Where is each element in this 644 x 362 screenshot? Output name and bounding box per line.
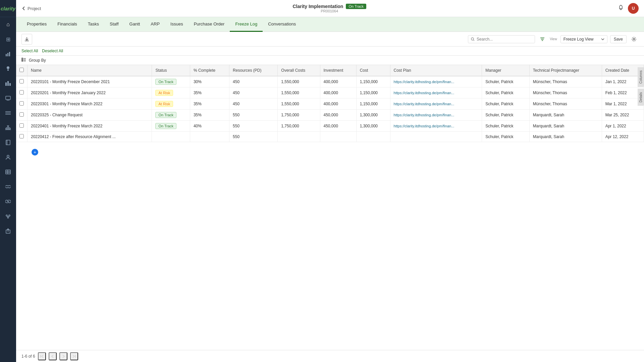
search-box[interactable] bbox=[468, 35, 535, 43]
row-status: On Track bbox=[152, 76, 190, 87]
sidebar-item-export[interactable] bbox=[0, 224, 16, 238]
view-selector[interactable]: Freeze Log View bbox=[560, 35, 607, 43]
row-select-checkbox[interactable] bbox=[19, 123, 24, 128]
sidebar-item-barchart[interactable] bbox=[0, 76, 16, 91]
row-investment: 400,000 bbox=[320, 87, 356, 99]
svg-line-44 bbox=[474, 40, 474, 41]
th-manager[interactable]: Manager bbox=[482, 65, 530, 76]
table-row: 20220325 - Change RequestOn Track35%5501… bbox=[16, 110, 644, 121]
th-cost-plan[interactable]: Cost Plan bbox=[390, 65, 482, 76]
sidebar-item-handshake[interactable] bbox=[0, 179, 16, 194]
tab-properties[interactable]: Properties bbox=[21, 17, 52, 32]
row-select-checkbox[interactable] bbox=[19, 134, 24, 138]
sidebar-item-monitor[interactable] bbox=[0, 91, 16, 106]
sidebar-item-book[interactable] bbox=[0, 135, 16, 150]
svg-point-33 bbox=[9, 215, 10, 216]
cost-plan-link[interactable]: https://clarity.itdhosting.de/pm/finan..… bbox=[394, 113, 454, 117]
page-last-button[interactable] bbox=[70, 352, 78, 360]
row-overall-costs: 1,550,000 bbox=[278, 87, 320, 99]
row-cost: 1,150,000 bbox=[356, 99, 390, 110]
search-input[interactable] bbox=[477, 37, 532, 42]
svg-point-3 bbox=[7, 66, 9, 69]
select-all-link[interactable]: Select All bbox=[21, 49, 38, 53]
sidebar-item-table[interactable] bbox=[0, 165, 16, 179]
tab-conversations[interactable]: Conversations bbox=[263, 17, 301, 32]
th-cost[interactable]: Cost bbox=[356, 65, 390, 76]
svg-rect-17 bbox=[7, 129, 9, 130]
sidebar-item-person[interactable] bbox=[0, 150, 16, 165]
add-row-button[interactable]: + bbox=[32, 149, 38, 156]
sidebar-item-org[interactable] bbox=[0, 120, 16, 135]
select-all-checkbox[interactable] bbox=[19, 68, 24, 72]
filter-button[interactable] bbox=[538, 35, 547, 44]
groupby-label[interactable]: Group By bbox=[29, 58, 46, 63]
row-cost-plan: https://clarity.itdhosting.de/pm/finan..… bbox=[390, 87, 482, 99]
tab-purchase-order[interactable]: Purchase Order bbox=[189, 17, 230, 32]
settings-button[interactable] bbox=[629, 35, 639, 44]
notification-bell-icon[interactable] bbox=[618, 5, 624, 12]
row-select-checkbox[interactable] bbox=[19, 90, 24, 95]
th-overall-costs[interactable]: Overall Costs bbox=[278, 65, 320, 76]
row-select-checkbox[interactable] bbox=[19, 101, 24, 106]
svg-rect-8 bbox=[6, 96, 10, 100]
row-select-checkbox[interactable] bbox=[19, 112, 24, 117]
row-resources-pd: 550 bbox=[229, 132, 278, 142]
export-button[interactable] bbox=[21, 34, 32, 45]
back-to-project[interactable]: Project bbox=[21, 6, 41, 11]
row-cost: 1,150,000 bbox=[356, 87, 390, 99]
row-overall-costs: 1,750,000 bbox=[278, 121, 320, 132]
page-next-button[interactable] bbox=[59, 352, 67, 360]
row-select-checkbox[interactable] bbox=[19, 79, 24, 83]
sidebar-item-lightbulb[interactable] bbox=[0, 61, 16, 76]
view-label: View bbox=[550, 37, 557, 41]
th-status[interactable]: Status bbox=[152, 65, 190, 76]
page-first-button[interactable] bbox=[38, 352, 46, 360]
row-status bbox=[152, 132, 190, 142]
page-prev-button[interactable] bbox=[49, 352, 57, 360]
tab-staff[interactable]: Staff bbox=[104, 17, 124, 32]
sidebar-item-link[interactable] bbox=[0, 194, 16, 209]
svg-rect-50 bbox=[22, 59, 23, 60]
th-pct-complete[interactable]: % Complete bbox=[190, 65, 229, 76]
sidebar-item-grid[interactable]: ⊞ bbox=[0, 32, 16, 47]
tab-issues[interactable]: Issues bbox=[165, 17, 189, 32]
sidebar-item-group[interactable] bbox=[0, 209, 16, 224]
th-investment[interactable]: Investment bbox=[320, 65, 356, 76]
save-button[interactable]: Save bbox=[610, 35, 627, 43]
row-manager: Schuler, Patrick bbox=[482, 132, 530, 142]
tab-gantt[interactable]: Gantt bbox=[124, 17, 146, 32]
row-status: At Risk bbox=[152, 87, 190, 99]
svg-point-43 bbox=[471, 38, 474, 40]
svg-rect-6 bbox=[7, 81, 9, 86]
th-technical-pm[interactable]: Technical Projectmanager bbox=[529, 65, 602, 76]
pagination-bar: 1-6 of 6 bbox=[16, 350, 644, 362]
sidebar-item-chart[interactable] bbox=[0, 47, 16, 61]
deselect-all-link[interactable]: Deselect All bbox=[42, 49, 63, 53]
details-panel-tab[interactable]: Details bbox=[638, 89, 644, 106]
project-name-header: Clarity Implementation On Track bbox=[292, 4, 366, 9]
row-resources-pd: 550 bbox=[229, 110, 278, 121]
th-resources-pd[interactable]: Resources (PD) bbox=[229, 65, 278, 76]
svg-rect-51 bbox=[22, 61, 23, 61]
row-cost-plan: https://clarity.itdhosting.de/pm/finan..… bbox=[390, 110, 482, 121]
columns-panel-tab[interactable]: Columns bbox=[638, 67, 644, 87]
cost-plan-link[interactable]: https://clarity.itdhosting.de/pm/finan..… bbox=[394, 80, 454, 84]
row-checkbox-cell bbox=[16, 132, 28, 142]
user-avatar[interactable]: U bbox=[628, 3, 639, 14]
cost-plan-link[interactable]: https://clarity.itdhosting.de/pm/finan..… bbox=[394, 102, 454, 106]
sidebar-item-home[interactable]: ⌂ bbox=[0, 17, 16, 32]
th-name[interactable]: Name bbox=[28, 65, 152, 76]
cost-plan-link[interactable]: https://clarity.itdhosting.de/pm/finan..… bbox=[394, 91, 454, 95]
svg-rect-7 bbox=[9, 83, 11, 86]
nav-tabs: Properties Financials Tasks Staff Gantt … bbox=[16, 17, 644, 32]
sidebar-item-layers[interactable] bbox=[0, 106, 16, 120]
tab-financials[interactable]: Financials bbox=[52, 17, 83, 32]
header-title-section: Clarity Implementation On Track PR001064 bbox=[45, 4, 614, 13]
svg-point-48 bbox=[633, 38, 635, 40]
sidebar: clarity ⌂ ⊞ bbox=[0, 0, 16, 362]
cost-plan-link[interactable]: https://clarity.itdhosting.de/pm/finan..… bbox=[394, 124, 454, 128]
row-overall-costs: 1,550,000 bbox=[278, 76, 320, 87]
tab-arp[interactable]: ARP bbox=[145, 17, 165, 32]
tab-tasks[interactable]: Tasks bbox=[83, 17, 104, 32]
tab-freeze-log[interactable]: Freeze Log bbox=[230, 17, 263, 32]
